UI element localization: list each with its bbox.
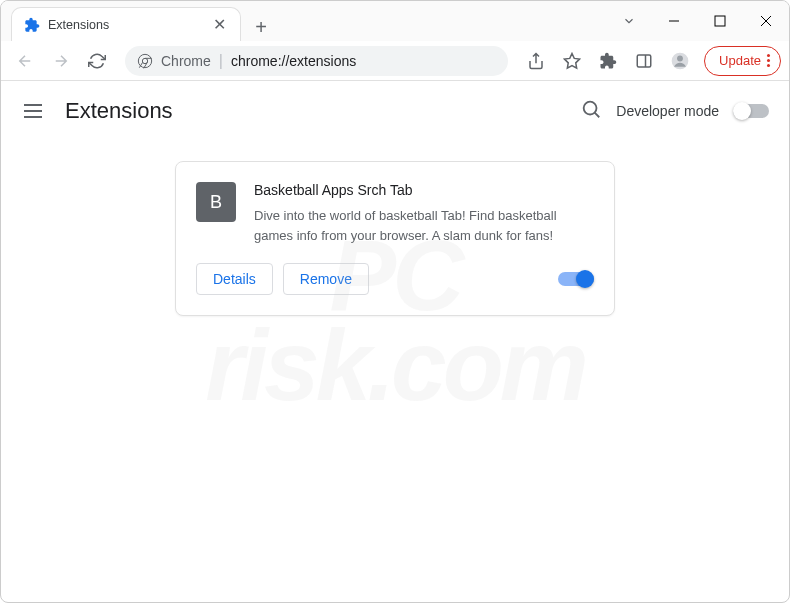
minimize-button[interactable] <box>651 1 697 41</box>
address-bar[interactable]: Chrome | chrome://extensions <box>125 46 508 76</box>
developer-mode-toggle[interactable] <box>733 104 769 118</box>
reload-button[interactable] <box>81 45 113 77</box>
svg-rect-1 <box>715 16 725 26</box>
page-header: Extensions Developer mode <box>1 81 789 141</box>
svg-line-14 <box>595 113 600 118</box>
chrome-logo-icon <box>137 53 153 69</box>
browser-window: Extensions ✕ + <box>0 0 790 603</box>
extension-card: B Basketball Apps Srch Tab Dive into the… <box>175 161 615 316</box>
svg-rect-9 <box>637 55 651 67</box>
toolbar: Chrome | chrome://extensions Update <box>1 41 789 81</box>
update-button[interactable]: Update <box>704 46 781 76</box>
developer-mode-label: Developer mode <box>616 103 719 119</box>
close-button[interactable] <box>743 1 789 41</box>
back-button[interactable] <box>9 45 41 77</box>
share-button[interactable] <box>520 45 552 77</box>
puzzle-icon <box>24 17 40 33</box>
details-button[interactable]: Details <box>196 263 273 295</box>
profile-button[interactable] <box>664 45 696 77</box>
extension-enable-toggle[interactable] <box>558 272 594 286</box>
bookmark-button[interactable] <box>556 45 588 77</box>
titlebar: Extensions ✕ + <box>1 1 789 41</box>
svg-point-13 <box>584 102 597 115</box>
extensions-button[interactable] <box>592 45 624 77</box>
maximize-button[interactable] <box>697 1 743 41</box>
extensions-content: B Basketball Apps Srch Tab Dive into the… <box>1 141 789 316</box>
update-label: Update <box>719 53 761 68</box>
forward-button[interactable] <box>45 45 77 77</box>
browser-tab[interactable]: Extensions ✕ <box>11 7 241 41</box>
close-icon[interactable]: ✕ <box>211 15 228 34</box>
address-divider: | <box>219 52 223 70</box>
extension-name: Basketball Apps Srch Tab <box>254 182 594 198</box>
page-title: Extensions <box>65 98 173 124</box>
hamburger-menu-button[interactable] <box>21 99 45 123</box>
extension-icon: B <box>196 182 236 222</box>
tab-title: Extensions <box>48 18 203 32</box>
tab-strip: Extensions ✕ + <box>1 1 275 41</box>
address-scheme: Chrome <box>161 53 211 69</box>
search-button[interactable] <box>580 98 602 124</box>
sidepanel-button[interactable] <box>628 45 660 77</box>
menu-dots-icon <box>767 54 770 67</box>
svg-point-12 <box>677 55 683 61</box>
address-path: chrome://extensions <box>231 53 356 69</box>
window-controls <box>607 1 789 41</box>
new-tab-button[interactable]: + <box>247 13 275 41</box>
remove-button[interactable]: Remove <box>283 263 369 295</box>
extension-description: Dive into the world of basketball Tab! F… <box>254 206 594 245</box>
chevron-down-icon[interactable] <box>607 1 651 41</box>
